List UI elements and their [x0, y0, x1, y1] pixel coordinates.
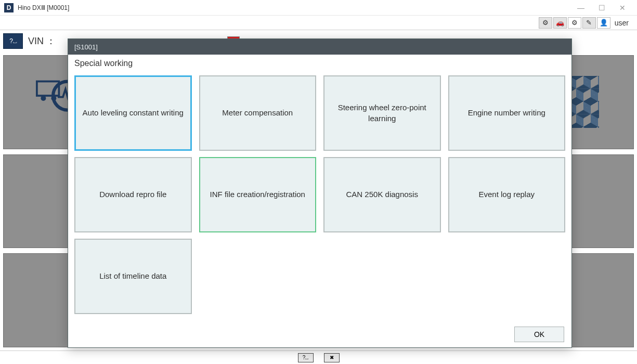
option-tile-5[interactable]: INF file creation/registration: [199, 157, 317, 232]
user-label: user: [615, 19, 629, 27]
option-tile-6[interactable]: CAN 250K diagnosis: [323, 157, 441, 232]
dialog-code: [S1001]: [74, 43, 98, 51]
toolbar-btn-2[interactable]: 🚗: [553, 17, 567, 29]
maximize-button[interactable]: ☐: [591, 0, 612, 16]
vehicle-icon: 🚗: [556, 19, 564, 27]
option-tile-0[interactable]: Auto leveling constant writing: [74, 75, 192, 151]
close-button[interactable]: ✕: [612, 0, 633, 16]
option-tile-8[interactable]: List of timeline data: [74, 239, 192, 314]
gear-icon: ⚙: [571, 19, 578, 27]
dialog-subtitle: Special working: [68, 55, 571, 68]
toolbar-btn-4[interactable]: ✎: [582, 17, 596, 29]
option-tile-1[interactable]: Meter compensation: [199, 75, 317, 151]
window-title: Hino DXⅢ [M0001]: [18, 4, 570, 11]
ok-button[interactable]: OK: [514, 327, 564, 342]
window-controls: — ☐ ✕: [570, 0, 633, 16]
app-toolbar: ⚙ 🚗 ⚙ ✎ 👤 user: [0, 16, 637, 30]
svg-point-1: [41, 96, 46, 101]
status-help-icon[interactable]: ?⎵: [298, 353, 314, 362]
minimize-button[interactable]: —: [570, 0, 591, 16]
vin-label: VIN ：: [28, 35, 56, 47]
dialog-footer: OK: [68, 321, 571, 347]
option-tile-4[interactable]: Download repro file: [74, 157, 192, 232]
dialog-header: [S1001]: [68, 39, 571, 55]
wrench-icon: ⚙: [542, 19, 549, 27]
option-tile-2[interactable]: Steering wheel zero-point learning: [323, 75, 441, 151]
toolbar-user-button[interactable]: 👤: [597, 17, 610, 29]
dialog-options-grid: Auto leveling constant writingMeter comp…: [68, 68, 571, 321]
toolbar-settings-button[interactable]: ⚙: [568, 17, 581, 29]
toolbar-btn-1[interactable]: ⚙: [539, 17, 552, 29]
window-titlebar: D Hino DXⅢ [M0001] — ☐ ✕: [0, 0, 637, 16]
edit-icon: ✎: [586, 19, 592, 27]
option-tile-7[interactable]: Event log replay: [448, 157, 566, 232]
user-icon: 👤: [600, 19, 608, 27]
app-icon: D: [4, 3, 14, 12]
option-tile-3[interactable]: Engine number writing: [448, 75, 566, 151]
status-bar: ?⎵ ✖: [0, 350, 637, 364]
vin-help-icon[interactable]: ?⎵: [3, 33, 23, 49]
status-disconnect-icon[interactable]: ✖: [324, 353, 340, 362]
special-working-dialog: [S1001] Special working Auto leveling co…: [68, 38, 572, 348]
